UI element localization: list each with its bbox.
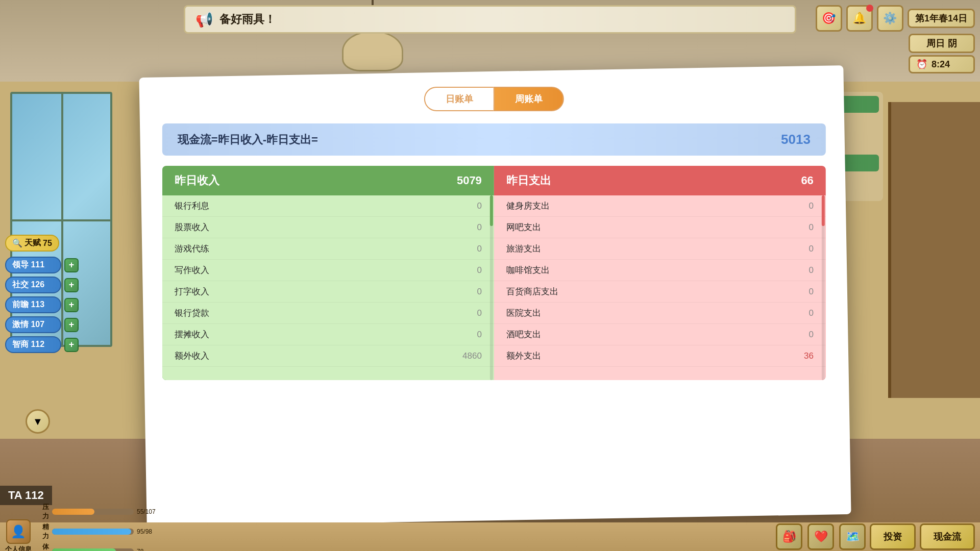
gear-icon-btn[interactable]: ⚙️ (877, 5, 903, 32)
pressure-fill (52, 509, 94, 515)
stat-plus-foresight[interactable]: + (64, 298, 79, 312)
expense-row-3: 咖啡馆支出 0 (494, 260, 826, 281)
stat-badge-leadership: 领导 111 (5, 257, 61, 273)
stat-badge-passion: 激情 107 (5, 316, 61, 333)
income-row-3: 写作收入 0 (162, 260, 494, 281)
expense-scrollbar-thumb (822, 195, 825, 226)
expense-row-6: 酒吧支出 0 (494, 324, 826, 345)
cashflow-label: 现金流=昨日收入-昨日支出= (178, 132, 318, 147)
stat-row-passion: 激情 107 + (5, 316, 79, 333)
stat-badge-iq: 智商 112 (5, 336, 61, 353)
collapse-button[interactable]: ▼ (26, 409, 50, 434)
announcement-bar: 📢 备好雨具！ (184, 5, 796, 34)
right-door (888, 102, 980, 398)
fitness-track (52, 548, 134, 552)
income-scrollbar[interactable] (490, 195, 493, 380)
bag-icon: 🎒 (782, 530, 796, 543)
date-display: 第1年春14日 (908, 9, 975, 28)
tab-weekly[interactable]: 周账单 (494, 87, 564, 111)
expense-column: 昨日支出 66 健身房支出 0 网吧支出 0 旅游支出 0 (494, 166, 826, 380)
ledger-modal: 日账单 周账单 现金流=昨日收入-昨日支出= 5013 昨日收入 5079 银行… (139, 65, 851, 527)
player-avatar[interactable]: 👤 (6, 519, 31, 544)
stat-row-social: 社交 126 + (5, 277, 79, 293)
stat-badge-foresight: 前瞻 113 (5, 296, 61, 313)
income-row-2: 游戏代练 0 (162, 238, 494, 260)
expense-row-5: 医院支出 0 (494, 303, 826, 324)
bag-icon-btn[interactable]: 🎒 (776, 523, 802, 550)
expense-row-4: 百货商店支出 0 (494, 281, 826, 303)
income-header: 昨日收入 5079 (162, 166, 494, 195)
talent-badge: 🔍 天赋 111 75 (5, 235, 59, 252)
pressure-bar-row: 压力 55/107 (37, 503, 771, 521)
income-row-1: 股票收入 0 (162, 217, 494, 238)
expense-row-2: 旅游支出 0 (494, 238, 826, 260)
stat-row-iq: 智商 112 + (5, 336, 79, 353)
tab-daily[interactable]: 日账单 (424, 87, 494, 111)
income-row-5: 银行贷款 0 (162, 303, 494, 324)
search-icon: 🔍 (12, 238, 22, 248)
map-icon-btn[interactable]: 🗺️ (839, 523, 866, 550)
fitness-value: 78 (137, 548, 143, 552)
stat-row-leadership: 领导 111 + (5, 257, 79, 273)
ledger-table: 昨日收入 5079 银行利息 0 股票收入 0 游戏代练 0 (162, 166, 826, 380)
time-display: ⏰ 8:24 (909, 55, 975, 73)
announcement-text: 备好雨具！ (219, 12, 276, 27)
stat-plus-iq[interactable]: + (64, 338, 79, 352)
income-column: 昨日收入 5079 银行利息 0 股票收入 0 游戏代练 0 (162, 166, 494, 380)
stat-row-foresight: 前瞻 113 + (5, 296, 79, 313)
announcement-icon: 📢 (195, 11, 213, 28)
expense-row-0: 健身房支出 0 (494, 195, 826, 217)
day-weather-display: 周日 阴 (909, 34, 975, 53)
cashflow-bar: 现金流=昨日收入-昨日支出= 5013 (162, 123, 826, 156)
talent-row: 🔍 天赋 111 75 (5, 235, 79, 252)
expense-scrollbar[interactable] (822, 195, 825, 380)
stat-plus-social[interactable]: + (64, 278, 79, 292)
income-row-7: 额外收入 4860 (162, 345, 494, 367)
clock-icon: ⏰ (916, 59, 927, 70)
top-right-hud: 🎯 🔔 ⚙️ 第1年春14日 周日 阴 ⏰ 8:24 (816, 5, 975, 73)
income-row-4: 打字收入 0 (162, 281, 494, 303)
income-scrollbar-thumb (490, 195, 493, 226)
income-row-6: 摆摊收入 0 (162, 324, 494, 345)
stat-badge-social: 社交 126 (5, 277, 61, 293)
pressure-label: 压力 (37, 503, 49, 521)
stat-plus-leadership[interactable]: + (64, 258, 79, 272)
notification-dot (866, 5, 873, 12)
energy-fill (52, 529, 131, 535)
health-icon-btn[interactable]: ❤️ (807, 523, 834, 550)
income-body[interactable]: 银行利息 0 股票收入 0 游戏代练 0 写作收入 0 (162, 195, 494, 380)
energy-track (52, 529, 134, 535)
expense-row-1: 网吧支出 0 (494, 217, 826, 238)
ledger-inner: 日账单 周账单 现金流=昨日收入-昨日支出= 5013 昨日收入 5079 银行… (162, 87, 826, 380)
cashflow-button[interactable]: 现金流 (920, 523, 975, 550)
map-icon: 🗺️ (846, 530, 860, 543)
bottom-action-buttons: 🗺️ 投资 现金流 (839, 523, 975, 550)
stat-bars: 压力 55/107 精力 95/98 体质 78 金钱 6442 (37, 503, 771, 552)
pressure-value: 55/107 (137, 508, 156, 515)
target-icon-btn[interactable]: 🎯 (816, 5, 842, 32)
fitness-label: 体质 (37, 542, 49, 552)
energy-label: 精力 (37, 522, 49, 541)
bell-icon-btn[interactable]: 🔔 (846, 5, 873, 32)
left-sidebar: 🔍 天赋 111 75 领导 111 + 社交 126 + 前瞻 113 + 激… (5, 235, 79, 353)
bottom-hud: 👤 个人信息 压力 55/107 精力 95/98 体质 78 金钱 (0, 522, 980, 551)
hud-icons-row: 🎯 🔔 ⚙️ 第1年春14日 (816, 5, 975, 32)
fitness-fill (52, 548, 116, 552)
health-icon: ❤️ (814, 530, 828, 543)
energy-bar-row: 精力 95/98 (37, 522, 771, 541)
cashflow-value: 5013 (781, 132, 811, 147)
fitness-bar-row: 体质 78 (37, 542, 771, 552)
expense-row-7: 额外支出 36 (494, 345, 826, 367)
player-label: 个人信息 (5, 545, 32, 551)
tab-row: 日账单 周账单 (162, 87, 826, 111)
expense-header: 昨日支出 66 (494, 166, 826, 195)
income-row-0: 银行利息 0 (162, 195, 494, 217)
pressure-track (52, 509, 134, 515)
energy-value: 95/98 (137, 528, 152, 535)
expense-body[interactable]: 健身房支出 0 网吧支出 0 旅游支出 0 咖啡馆支出 0 (494, 195, 826, 380)
invest-button[interactable]: 投资 (870, 523, 916, 550)
stat-plus-passion[interactable]: + (64, 318, 79, 332)
